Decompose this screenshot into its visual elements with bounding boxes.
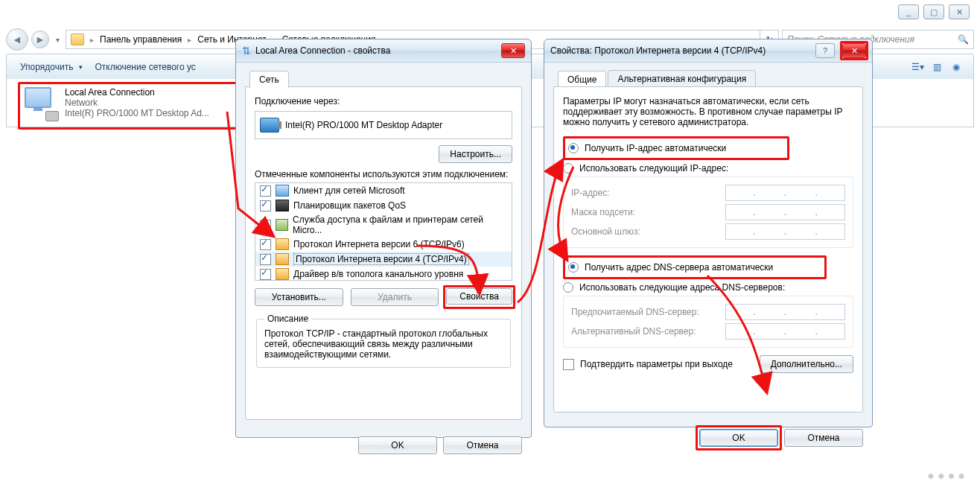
ok-button[interactable]: OK (699, 429, 778, 447)
adapter-name: Intel(R) PRO/1000 MT Desktop Adapter (285, 120, 442, 130)
chevron-right-icon: ▸ (185, 36, 194, 44)
component-list[interactable]: Клиент для сетей Microsoft Планировщик п… (255, 182, 512, 281)
radio-dns-manual[interactable]: Использовать следующие адреса DNS-сервер… (563, 282, 853, 293)
client-icon (276, 185, 289, 197)
configure-button[interactable]: Настроить... (439, 145, 512, 163)
net-connection-tile[interactable]: Local Area Connection Network Intel(R) P… (18, 82, 238, 130)
network-adapter-icon (25, 87, 57, 120)
nav-history-dropdown[interactable]: ▾ (52, 29, 63, 50)
list-item[interactable]: Клиент для сетей Microsoft (255, 183, 512, 198)
confirm-label: Подтвердить параметры при выходе (580, 359, 733, 369)
protocol-icon (276, 238, 289, 250)
ok-button[interactable]: OK (358, 436, 437, 454)
minimize-button[interactable]: _ (898, 4, 919, 19)
ip-address-label: IP-адрес: (571, 188, 719, 198)
description-legend: Описание (264, 313, 311, 324)
tab-network[interactable]: Сеть (249, 71, 289, 88)
install-button[interactable]: Установить... (255, 288, 343, 306)
tab-alt-config[interactable]: Альтернативная конфигурация (608, 70, 756, 87)
protocol-icon (276, 253, 289, 265)
description-group: Описание Протокол TCP/IP - стандартный п… (256, 313, 511, 368)
protocol-icon (276, 268, 289, 280)
radio-icon[interactable] (568, 262, 579, 273)
dialog-help-button[interactable]: ? (815, 43, 835, 58)
subnet-mask-label: Маска подсети: (571, 207, 719, 217)
subnet-mask-field: ... (725, 204, 845, 220)
properties-button[interactable]: Свойства (446, 288, 512, 305)
gateway-field: ... (725, 223, 845, 240)
confirm-checkbox[interactable] (563, 359, 574, 370)
radio-ip-manual[interactable]: Использовать следующий IP-адрес: (563, 163, 853, 174)
list-item[interactable]: Драйвер в/в тополога канального уровня (255, 267, 512, 281)
connection-properties-dialog: ⇅ Local Area Connection - свойства ✕ Сет… (235, 39, 532, 438)
dns-pref-field: ... (725, 304, 845, 320)
gateway-label: Основной шлюз: (571, 226, 719, 237)
cancel-button[interactable]: Отмена (784, 429, 863, 447)
watermark-dots: ●●●● (927, 469, 968, 483)
remove-button: Удалить (351, 288, 439, 306)
folder-icon (71, 34, 84, 45)
nav-back-button[interactable]: ◄ (6, 28, 28, 51)
dns-alt-field: ... (725, 323, 845, 340)
dns-alt-label: Альтернативный DNS-сервер: (571, 326, 719, 337)
advanced-button[interactable]: Дополнительно... (760, 355, 853, 373)
dialog-title: Свойства: Протокол Интернета версии 4 (T… (550, 45, 766, 56)
network-adapter-icon: ⇅ (242, 45, 251, 57)
scheduler-icon (276, 200, 289, 211)
preview-pane-button[interactable]: ▥ (927, 58, 946, 76)
checkbox-icon[interactable] (260, 239, 271, 250)
dialog-close-button[interactable]: ✕ (842, 43, 866, 58)
maximize-button[interactable]: ▢ (923, 4, 944, 19)
close-button[interactable]: ✕ (949, 4, 970, 19)
window-controls: _ ▢ ✕ (898, 4, 970, 19)
disable-device-button[interactable]: Отключение сетевого ус (89, 57, 201, 77)
radio-icon[interactable] (568, 143, 579, 153)
connection-name: Local Area Connection (65, 87, 209, 98)
dialog-title: Local Area Connection - свойства (255, 45, 390, 56)
connection-status: Network (65, 98, 209, 108)
search-icon: 🔍 (953, 34, 973, 45)
radio-ip-auto[interactable]: Получить IP-адрес автоматически (568, 143, 784, 153)
service-icon (276, 219, 288, 231)
radio-icon[interactable] (563, 163, 573, 174)
nav-forward-button[interactable]: ► (31, 31, 49, 48)
breadcrumb[interactable]: Панель управления (100, 34, 182, 45)
ipv4-properties-dialog: Свойства: Протокол Интернета версии 4 (T… (544, 39, 873, 427)
radio-dns-auto[interactable]: Получить адрес DNS-сервера автоматически (568, 262, 821, 273)
dns-pref-label: Предпочитаемый DNS-сервер: (571, 307, 719, 317)
nic-icon (260, 118, 279, 133)
checkbox-icon[interactable] (260, 200, 271, 211)
ip-address-field: ... (725, 185, 845, 201)
view-options-button[interactable]: ☰▾ (908, 58, 927, 76)
list-item[interactable]: Планировщик пакетов QoS (255, 198, 512, 213)
radio-icon[interactable] (563, 282, 573, 293)
checkbox-icon[interactable] (260, 220, 271, 231)
checkbox-icon[interactable] (260, 269, 271, 280)
dialog-close-button[interactable]: ✕ (501, 43, 525, 58)
description-text: Протокол TCP/IP - стандартный протокол г… (264, 328, 503, 360)
checkbox-icon[interactable] (260, 254, 271, 265)
checkbox-icon[interactable] (260, 185, 271, 197)
connected-via-label: Подключение через: (255, 96, 512, 106)
chevron-right-icon: ▸ (87, 36, 97, 44)
list-item[interactable]: Служба доступа к файлам и принтерам сете… (255, 213, 512, 237)
help-button[interactable]: ◉ (946, 58, 966, 76)
cancel-button[interactable]: Отмена (443, 436, 522, 454)
components-label: Отмеченные компоненты используются этим … (255, 169, 512, 179)
list-item[interactable]: Протокол Интернета версии 6 (TCP/IPv6) (255, 237, 512, 252)
intro-text: Параметры IP могут назначаться автоматич… (563, 96, 853, 127)
tab-general[interactable]: Общие (558, 71, 606, 88)
list-item-selected[interactable]: Протокол Интернета версии 4 (TCP/IPv4) (255, 252, 512, 267)
connection-adapter: Intel(R) PRO/1000 MT Desktop Ad... (65, 108, 209, 118)
organize-menu[interactable]: Упорядочить (14, 57, 89, 77)
